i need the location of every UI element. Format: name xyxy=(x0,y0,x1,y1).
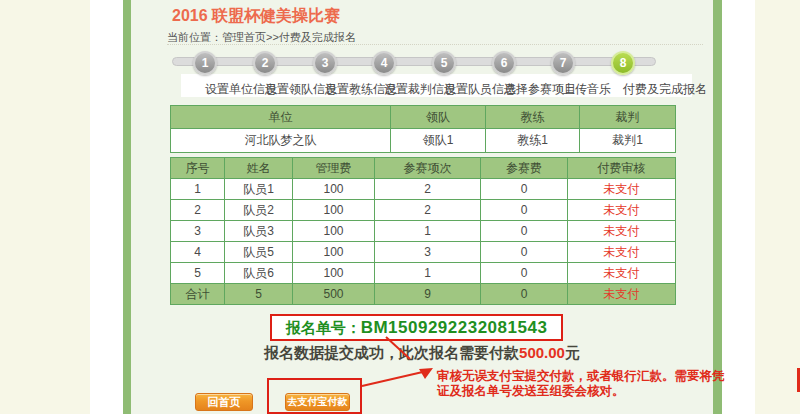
fee-table-cell: 3 xyxy=(375,242,481,263)
team-table-header: 领队 xyxy=(391,106,486,129)
fee-table-cell: 0 xyxy=(481,263,568,284)
left-green-border xyxy=(123,0,131,414)
step-circle-8[interactable]: 8 xyxy=(611,51,635,75)
right-white-column xyxy=(722,0,755,414)
fee-table-cell: 100 xyxy=(293,179,375,200)
team-table: 单位领队教练裁判 河北队梦之队领队1教练1裁判1 xyxy=(170,105,676,153)
fee-table-cell: 0 xyxy=(481,179,568,200)
fee-table-cell: 未支付 xyxy=(568,179,676,200)
fee-table-cell: 4 xyxy=(171,242,225,263)
order-number-value: BM1509292232081543 xyxy=(361,318,548,337)
team-table-cell: 教练1 xyxy=(486,129,580,153)
summary-prefix: 报名数据提交成功，此次报名需要付款 xyxy=(264,344,519,361)
step-circle-4[interactable]: 4 xyxy=(372,51,396,75)
fee-table-cell: 未支付 xyxy=(568,221,676,242)
payment-summary: 报名数据提交成功，此次报名需要付款500.00元 xyxy=(131,344,713,363)
step-circle-3[interactable]: 3 xyxy=(313,51,337,75)
team-table-header: 裁判 xyxy=(580,106,676,129)
fee-table-cell: 2 xyxy=(375,179,481,200)
fee-table-cell: 未支付 xyxy=(568,242,676,263)
step-circle-5[interactable]: 5 xyxy=(432,51,456,75)
fee-table-cell: 队员1 xyxy=(225,179,293,200)
fee-table-cell: 3 xyxy=(171,221,225,242)
fee-table-header: 序号 xyxy=(171,158,225,179)
fee-table-cell: 2 xyxy=(171,200,225,221)
team-table-header: 单位 xyxy=(171,106,391,129)
fee-table-cell: 1 xyxy=(171,179,225,200)
fee-table-total-cell: 5 xyxy=(225,284,293,305)
right-green-border xyxy=(713,0,722,414)
step-circle-1[interactable]: 1 xyxy=(193,51,217,75)
fee-table-cell: 未支付 xyxy=(568,200,676,221)
fee-table-row: 1队员110020未支付 xyxy=(171,179,676,200)
fee-table-cell: 0 xyxy=(481,242,568,263)
fee-table-total-cell: 9 xyxy=(375,284,481,305)
breadcrumb: 当前位置：管理首页>>付费及完成报名 xyxy=(167,30,356,45)
step-circle-7[interactable]: 7 xyxy=(551,51,575,75)
fee-table-cell: 5 xyxy=(171,263,225,284)
fee-table-row: 4队员510030未支付 xyxy=(171,242,676,263)
summary-suffix: 元 xyxy=(565,344,580,361)
breadcrumb-divider xyxy=(167,44,703,45)
fee-table-total-cell: 未支付 xyxy=(568,284,676,305)
fee-table-header: 参赛项次 xyxy=(375,158,481,179)
fee-table-row: 2队员210020未支付 xyxy=(171,200,676,221)
fee-table: 序号姓名管理费参赛项次参赛费付费审核 1队员110020未支付2队员210020… xyxy=(170,157,676,305)
fee-table-cell: 100 xyxy=(293,221,375,242)
fee-table-cell: 未支付 xyxy=(568,263,676,284)
fee-table-cell: 队员3 xyxy=(225,221,293,242)
home-button[interactable]: 回首页 xyxy=(195,393,253,411)
fee-table-cell: 0 xyxy=(481,200,568,221)
team-table-cell: 领队1 xyxy=(391,129,486,153)
fee-table-cell: 0 xyxy=(481,221,568,242)
fee-table-cell: 100 xyxy=(293,242,375,263)
team-table-cell: 裁判1 xyxy=(580,129,676,153)
order-number-label: 报名单号： xyxy=(286,319,361,336)
summary-amount: 500.00 xyxy=(519,344,565,361)
fee-table-total-row: 合计550090未支付 xyxy=(171,284,676,305)
fee-table-total-cell: 500 xyxy=(293,284,375,305)
fee-table-header: 参赛费 xyxy=(481,158,568,179)
fee-table-cell: 1 xyxy=(375,221,481,242)
left-white-column xyxy=(90,0,124,414)
order-number-box: 报名单号：BM1509292232081543 xyxy=(270,314,563,341)
team-table-cell: 河北队梦之队 xyxy=(171,129,391,153)
fee-table-head-row: 序号姓名管理费参赛项次参赛费付费审核 xyxy=(171,158,676,179)
step-circle-6[interactable]: 6 xyxy=(492,51,516,75)
fee-table-header: 管理费 xyxy=(293,158,375,179)
fee-table-cell: 100 xyxy=(293,263,375,284)
fee-table-cell: 2 xyxy=(375,200,481,221)
fee-table-cell: 队员2 xyxy=(225,200,293,221)
payment-instruction-note: 审核无误支付宝提交付款，或者银行汇款。需要将凭证及报名单号发送至组委会核对。 xyxy=(437,369,733,399)
fee-table-row: 5队员610010未支付 xyxy=(171,263,676,284)
fee-table-cell: 队员5 xyxy=(225,242,293,263)
fee-table-row: 3队员310010未支付 xyxy=(171,221,676,242)
fee-table-cell: 100 xyxy=(293,200,375,221)
team-table-row: 河北队梦之队领队1教练1裁判1 xyxy=(171,129,676,153)
step-circle-2[interactable]: 2 xyxy=(253,51,277,75)
fee-table-total-cell: 0 xyxy=(481,284,568,305)
pay-button-highlight-box xyxy=(267,378,362,414)
fee-table-header: 姓名 xyxy=(225,158,293,179)
fee-table-cell: 队员6 xyxy=(225,263,293,284)
fee-table-cell: 1 xyxy=(375,263,481,284)
team-table-header: 教练 xyxy=(486,106,580,129)
stepper-track xyxy=(172,57,656,66)
page-title: 2016 联盟杯健美操比赛 xyxy=(172,6,340,27)
fee-table-total-cell: 合计 xyxy=(171,284,225,305)
fee-table-header: 付费审核 xyxy=(568,158,676,179)
team-table-head-row: 单位领队教练裁判 xyxy=(171,106,676,129)
